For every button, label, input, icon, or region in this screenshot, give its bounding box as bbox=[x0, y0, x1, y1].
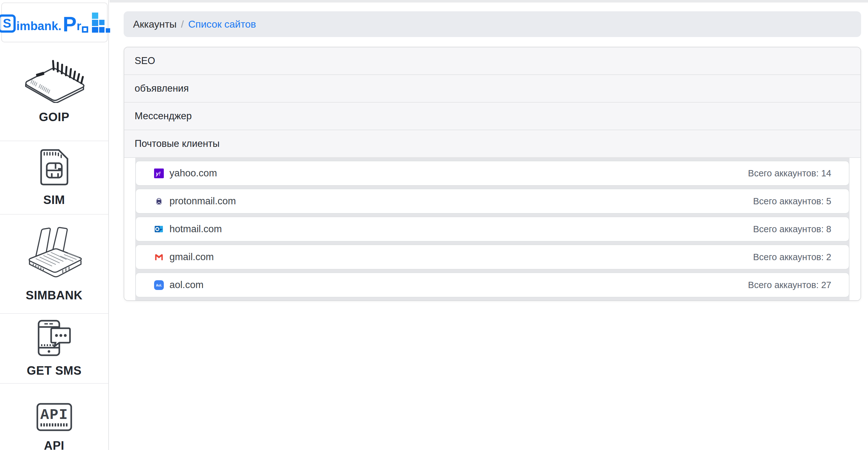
breadcrumb: Аккаунты / Список сайтов bbox=[124, 11, 861, 37]
get-sms-icon bbox=[37, 320, 72, 357]
site-total-accounts: Всего аккаунтов: 8 bbox=[753, 224, 831, 234]
protonmail-icon bbox=[154, 197, 164, 206]
gmail-icon bbox=[154, 252, 164, 262]
site-domain: gmail.com bbox=[169, 251, 214, 263]
site-total-accounts: Всего аккаунтов: 27 bbox=[748, 280, 831, 290]
svg-text:y!: y! bbox=[156, 171, 161, 176]
accordion-section-label: SEO bbox=[135, 55, 155, 66]
top-strip bbox=[110, 0, 868, 2]
site-domain: yahoo.com bbox=[169, 168, 217, 179]
sidebar-item-label: API bbox=[44, 439, 64, 450]
site-total-accounts: Всего аккаунтов: 5 bbox=[753, 196, 831, 207]
accordion-section-mail-clients[interactable]: Почтовые клиенты bbox=[124, 130, 861, 158]
sidebar: S imbank. P r GOIPSIMSIMBANKGET SMSAPIAP… bbox=[0, 0, 109, 450]
logo-r-glyph: r bbox=[76, 20, 81, 33]
site-total-accounts: Всего аккаунтов: 14 bbox=[748, 168, 831, 179]
sidebar-item-api[interactable]: APIAPI bbox=[0, 384, 108, 450]
accordion-section-label: Почтовые клиенты bbox=[135, 138, 220, 149]
sidebar-item-simbank[interactable]: SIMBANK bbox=[0, 215, 108, 314]
site-row-aol-com[interactable]: Aol.aol.comВсего аккаунтов: 27 bbox=[135, 272, 849, 298]
breadcrumb-item-accounts: Аккаунты bbox=[133, 19, 177, 30]
simbank-device-icon bbox=[25, 226, 84, 281]
main-area: Аккаунты / Список сайтов SEOобъявленияМе… bbox=[110, 0, 868, 450]
accordion-section-label: объявления bbox=[135, 83, 189, 94]
sidebar-item-sim[interactable]: SIM bbox=[0, 141, 108, 215]
site-row-hotmail-com[interactable]: hotmail.comВсего аккаунтов: 8 bbox=[135, 216, 849, 242]
simbank-pro-logo: S imbank. P r bbox=[0, 12, 111, 33]
logo-p-glyph: P bbox=[63, 16, 76, 32]
sidebar-nav: GOIPSIMSIMBANKGET SMSAPIAPI bbox=[0, 42, 108, 450]
sidebar-item-label: GET SMS bbox=[27, 364, 82, 378]
yahoo-icon: y! bbox=[154, 169, 164, 178]
accordion-section-label: Мессенджер bbox=[135, 111, 192, 122]
aol-icon: Aol. bbox=[154, 280, 164, 290]
site-domain: protonmail.com bbox=[169, 196, 236, 207]
site-total-accounts: Всего аккаунтов: 2 bbox=[753, 252, 831, 262]
site-list: y!yahoo.comВсего аккаунтов: 14protonmail… bbox=[135, 158, 849, 300]
accordion-section-messenger[interactable]: Мессенджер bbox=[124, 102, 861, 130]
accordion-section-content: y!yahoo.comВсего аккаунтов: 14protonmail… bbox=[124, 158, 861, 300]
sidebar-item-label: SIMBANK bbox=[26, 289, 83, 302]
logo-s-glyph: S bbox=[0, 14, 16, 33]
site-domain: aol.com bbox=[169, 279, 204, 291]
breadcrumb-link-site-list[interactable]: Список сайтов bbox=[188, 19, 256, 30]
sim-card-icon bbox=[39, 149, 69, 186]
sidebar-item-goip[interactable]: GOIP bbox=[0, 42, 108, 141]
site-row-protonmail-com[interactable]: protonmail.comВсего аккаунтов: 5 bbox=[135, 189, 849, 214]
accordion-section-announcements[interactable]: объявления bbox=[124, 75, 861, 102]
sidebar-item-get-sms[interactable]: GET SMS bbox=[0, 314, 108, 384]
app-logo[interactable]: S imbank. P r bbox=[1, 2, 107, 42]
logo-text: imbank. bbox=[16, 20, 62, 33]
sidebar-item-label: GOIP bbox=[39, 111, 69, 124]
goip-device-icon bbox=[21, 59, 88, 103]
site-row-yahoo-com[interactable]: y!yahoo.comВсего аккаунтов: 14 bbox=[135, 161, 849, 186]
site-row-gmail-com[interactable]: gmail.comВсего аккаунтов: 2 bbox=[135, 244, 849, 270]
logo-pixel-blocks-icon bbox=[82, 12, 111, 33]
site-domain: hotmail.com bbox=[169, 223, 222, 235]
svg-text:Aol.: Aol. bbox=[156, 283, 162, 287]
sites-accordion: SEOобъявленияМессенджерПочтовые клиентыy… bbox=[124, 47, 861, 301]
svg-text:API: API bbox=[40, 407, 68, 423]
sidebar-item-label: SIM bbox=[43, 193, 65, 207]
outlook-icon bbox=[154, 224, 164, 234]
api-icon: API bbox=[36, 402, 72, 431]
breadcrumb-separator: / bbox=[181, 19, 184, 30]
accordion-section-seo[interactable]: SEO bbox=[124, 48, 861, 75]
